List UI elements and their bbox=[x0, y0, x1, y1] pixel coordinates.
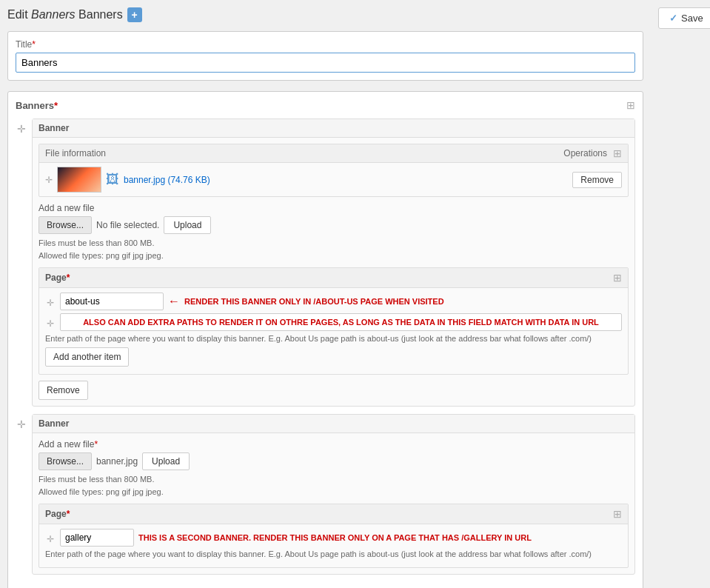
file-drag-handle[interactable]: ✛ bbox=[45, 175, 53, 185]
expand-icon[interactable]: ⊞ bbox=[626, 99, 635, 111]
no-file-text-1: No file selected. bbox=[96, 220, 159, 230]
page-header: Edit Banners Banners + bbox=[7, 7, 643, 22]
add-new-file-label-1: Add a new file bbox=[38, 203, 629, 213]
page-section-body-2: ✛ THIS IS A SECOND BANNER. RENDER THIS B… bbox=[39, 524, 628, 567]
page-section-title-2: Page* bbox=[45, 509, 70, 519]
page-section-2: Page* ⊞ ✛ THIS IS A SECOND BANNER. RENDE… bbox=[38, 504, 629, 568]
page-path-input-2[interactable] bbox=[60, 529, 134, 547]
file-link[interactable]: banner.jpg (74.76 KB) bbox=[124, 175, 210, 185]
file-hints-2: Files must be less than 800 MB. Allowed … bbox=[38, 473, 629, 498]
add-new-file-label-2: Add a new file* bbox=[38, 439, 629, 450]
save-check-icon: ✓ bbox=[669, 13, 677, 24]
page-actions-1: Add another item bbox=[45, 347, 622, 370]
browse-button-1[interactable]: Browse... bbox=[38, 216, 92, 234]
file-info-header-1: File information Operations ⊞ bbox=[39, 144, 628, 163]
header-banners-italic: Banners bbox=[31, 8, 76, 21]
file-hints-1: Files must be less than 800 MB. Allowed … bbox=[38, 237, 629, 261]
banner-box-body-2: Add a new file* Browse... banner.jpg Upl… bbox=[33, 433, 634, 574]
page-section-body-1: ✛ ← RENDER THIS BANNER ONLY IN /ABOUT-US… bbox=[39, 288, 628, 374]
banner-item-2: ✛ Banner Add a new file* Browse... banne… bbox=[16, 414, 635, 575]
title-input[interactable] bbox=[16, 53, 635, 73]
header-title-main: Banners bbox=[78, 8, 123, 21]
page-path-input-1[interactable] bbox=[60, 293, 164, 310]
page-section-1: Page* ⊞ ✛ ← RENDER THIS BANNE bbox=[38, 267, 629, 375]
path-annotation-row-2: ALSO CAN ADD EXTRA PATHS TO RENDER IT ON… bbox=[60, 313, 622, 331]
file-info-section-1: File information Operations ⊞ ✛ 🖼 bbox=[38, 144, 629, 197]
page-section-header-2: Page* ⊞ bbox=[39, 504, 628, 524]
file-type-icon: 🖼 bbox=[106, 172, 119, 187]
header-edit-text: Edit bbox=[7, 8, 31, 21]
sidebar: ✓ Save bbox=[651, 0, 710, 588]
page-section-expand-icon[interactable]: ⊞ bbox=[613, 272, 622, 284]
banner-box-header-2: Banner bbox=[33, 415, 634, 433]
browse-button-2[interactable]: Browse... bbox=[38, 452, 92, 470]
banner-box-2: Banner Add a new file* Browse... banner.… bbox=[32, 414, 635, 575]
path-annotation-1: RENDER THIS BANNER ONLY IN /ABOUT-US PAG… bbox=[184, 297, 444, 306]
banners-section-title: Banners* bbox=[16, 100, 58, 111]
page-section-title-1: Page* bbox=[45, 273, 70, 283]
page-section-2-expand-icon[interactable]: ⊞ bbox=[613, 508, 622, 520]
file-upload-row-1: Browse... No file selected. Upload bbox=[38, 216, 629, 234]
upload-button-2[interactable]: Upload bbox=[142, 452, 190, 470]
banner-item-1: ✛ Banner File information Operations bbox=[16, 118, 635, 407]
banner-box-header-1: Banner bbox=[33, 119, 634, 138]
file-thumbnail bbox=[57, 167, 101, 193]
banner-box-1: Banner File information Operations ⊞ bbox=[32, 118, 635, 407]
file-info-row-1: ✛ 🖼 banner.jpg (74.76 KB) Remove bbox=[39, 163, 628, 196]
file-upload-row-2: Browse... banner.jpg Upload bbox=[38, 452, 629, 470]
add-banner-button[interactable]: + bbox=[127, 7, 142, 22]
page-hint-2: Enter path of the page where you want to… bbox=[45, 549, 622, 558]
save-button[interactable]: ✓ Save bbox=[658, 7, 710, 29]
page-path-row-1: ✛ ← RENDER THIS BANNER ONLY IN /ABOUT-US… bbox=[45, 293, 622, 310]
upload-button-1[interactable]: Upload bbox=[164, 216, 211, 234]
banner1-remove-button[interactable]: Remove bbox=[38, 381, 88, 400]
page-hint-1: Enter path of the page where you want to… bbox=[45, 334, 622, 343]
banners-section: Banners* ⊞ ✛ Banner File information bbox=[7, 91, 643, 588]
page-path-row-3: ✛ THIS IS A SECOND BANNER. RENDER THIS B… bbox=[45, 529, 622, 547]
path-annotation-2: ALSO CAN ADD EXTRA PATHS TO RENDER IT ON… bbox=[83, 318, 599, 327]
path-arrow-1: ← bbox=[168, 295, 180, 308]
drag-handle-1[interactable]: ✛ bbox=[16, 121, 27, 136]
add-another-item-button[interactable]: Add another item bbox=[45, 347, 129, 367]
drag-handle-2[interactable]: ✛ bbox=[16, 417, 27, 432]
page-section-header-1: Page* ⊞ bbox=[39, 268, 628, 288]
path-annotation-3: THIS IS A SECOND BANNER. RENDER THIS BAN… bbox=[138, 533, 532, 542]
file-name-display-2: banner.jpg bbox=[96, 456, 138, 467]
file-remove-button[interactable]: Remove bbox=[572, 172, 622, 188]
banner1-remove-area: Remove bbox=[38, 381, 629, 400]
page-path-row-2: ✛ ALSO CAN ADD EXTRA PATHS TO RENDER IT … bbox=[45, 313, 622, 331]
title-field-group: Title* bbox=[7, 31, 643, 81]
title-label: Title* bbox=[16, 39, 635, 50]
path-drag-handle-2[interactable]: ✛ bbox=[45, 317, 56, 330]
path-drag-handle-3[interactable]: ✛ bbox=[45, 532, 56, 546]
banners-section-header: Banners* ⊞ bbox=[16, 99, 635, 111]
save-label: Save bbox=[681, 13, 703, 24]
path-drag-handle-1[interactable]: ✛ bbox=[45, 296, 56, 310]
file-ops-icon[interactable]: ⊞ bbox=[613, 147, 622, 159]
banner-box-body-1: File information Operations ⊞ ✛ 🖼 bbox=[33, 138, 634, 406]
